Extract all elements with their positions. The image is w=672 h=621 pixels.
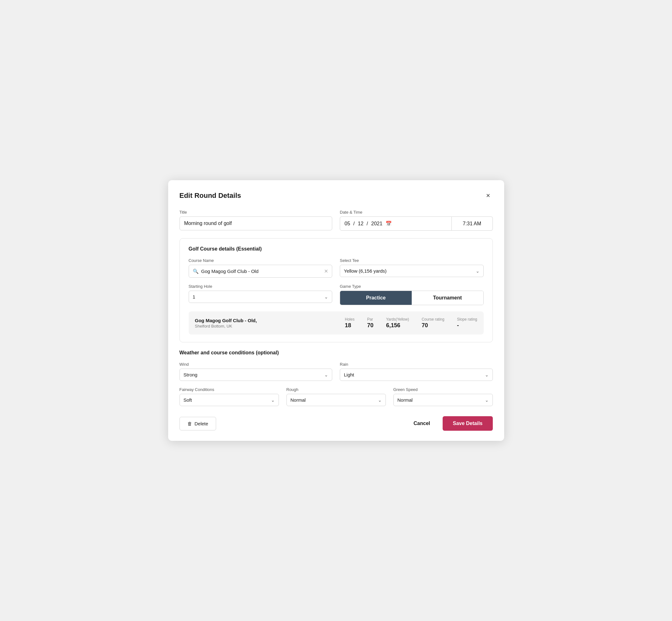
title-field-group: Title [179,210,333,230]
fairway-dropdown[interactable]: Soft ⌄ [179,394,279,406]
calendar-icon: 📅 [385,220,392,226]
par-value: 70 [367,322,374,329]
rain-value: Light [344,372,354,377]
holes-stat: Holes 18 [345,317,354,329]
rain-label: Rain [340,362,493,367]
holes-label: Holes [345,317,354,322]
course-info-name-text: Gog Magog Golf Club - Old, [195,318,345,323]
holes-value: 18 [345,322,351,329]
golf-course-section-title: Golf Course details (Essential) [189,246,484,252]
course-info-name: Gog Magog Golf Club - Old, Shelford Bott… [195,318,345,329]
game-type-label: Game Type [340,284,484,289]
rough-value: Normal [291,397,306,403]
tournament-button[interactable]: Tournament [412,291,483,305]
close-button[interactable]: × [484,190,493,201]
search-icon: 🔍 [193,268,199,274]
rough-dropdown[interactable]: Normal ⌄ [287,394,386,406]
select-tee-label: Select Tee [340,258,484,263]
select-tee-value: Yellow (6,156 yards) [344,268,386,274]
course-name-input[interactable]: 🔍 Gog Magog Golf Club - Old ✕ [189,265,333,278]
starting-hole-dropdown[interactable]: 1 ⌄ [189,291,333,303]
rough-group: Rough Normal ⌄ [287,387,386,406]
chevron-down-icon-4: ⌄ [485,372,489,377]
date-day: 12 [358,221,364,226]
course-name-value: Gog Magog Golf Club - Old [201,268,322,274]
starting-hole-value: 1 [193,294,195,299]
slope-rating-value: - [457,322,459,329]
rough-label: Rough [287,387,386,392]
hole-gametype-row: Starting Hole 1 ⌄ Game Type Practice Tou… [189,284,484,305]
practice-button[interactable]: Practice [340,291,412,305]
date-year: 2021 [371,221,383,226]
course-name-label: Course Name [189,258,333,263]
title-input[interactable] [179,216,333,230]
wind-group: Wind Strong ⌄ [179,362,333,381]
course-info-location: Shelford Bottom, UK [195,324,345,329]
fairway-label: Fairway Conditions [179,387,279,392]
course-stats: Holes 18 Par 70 Yards(Yellow) 6,156 Cour… [345,317,477,329]
date-time-field-group: Date & Time 05 / 12 / 2021 📅 7:31 AM [340,210,493,231]
date-time-label: Date & Time [340,210,493,215]
delete-label: Delete [195,421,208,426]
golf-course-section: Golf Course details (Essential) Course N… [179,238,493,342]
green-speed-value: Normal [397,397,413,403]
select-tee-dropdown[interactable]: Yellow (6,156 yards) ⌄ [340,265,484,277]
weather-section: Weather and course conditions (optional)… [179,350,493,406]
course-name-group: Course Name 🔍 Gog Magog Golf Club - Old … [189,258,333,278]
starting-hole-label: Starting Hole [189,284,333,289]
footer-right: Cancel Save Details [409,416,493,431]
rain-dropdown[interactable]: Light ⌄ [340,369,493,381]
select-tee-group: Select Tee Yellow (6,156 yards) ⌄ [340,258,484,278]
chevron-down-icon-3: ⌄ [324,372,328,377]
yards-stat: Yards(Yellow) 6,156 [386,317,409,329]
par-label: Par [367,317,373,322]
yards-value: 6,156 [386,322,401,329]
time-input[interactable]: 7:31 AM [452,216,493,231]
date-month: 05 [344,221,350,226]
wind-label: Wind [179,362,333,367]
trash-icon: 🗑 [187,421,192,426]
top-row: Title Date & Time 05 / 12 / 2021 📅 7:31 … [179,210,493,231]
course-rating-label: Course rating [421,317,444,322]
course-rating-value: 70 [421,322,428,329]
wind-rain-row: Wind Strong ⌄ Rain Light ⌄ [179,362,493,381]
wind-dropdown[interactable]: Strong ⌄ [179,369,333,381]
yards-label: Yards(Yellow) [386,317,409,322]
chevron-down-icon-2: ⌄ [324,294,328,299]
green-speed-dropdown[interactable]: Normal ⌄ [393,394,493,406]
starting-hole-group: Starting Hole 1 ⌄ [189,284,333,305]
green-speed-group: Green Speed Normal ⌄ [393,387,493,406]
cancel-button[interactable]: Cancel [409,417,435,430]
fairway-value: Soft [183,397,192,403]
chevron-down-icon-5: ⌄ [271,398,275,403]
chevron-down-icon-6: ⌄ [378,398,382,403]
chevron-down-icon-7: ⌄ [485,398,489,403]
fairway-group: Fairway Conditions Soft ⌄ [179,387,279,406]
green-speed-label: Green Speed [393,387,493,392]
game-type-group: Game Type Practice Tournament [340,284,484,305]
slope-rating-stat: Slope rating - [457,317,477,329]
chevron-down-icon: ⌄ [476,268,479,274]
edit-round-modal: Edit Round Details × Title Date & Time 0… [168,180,504,441]
title-label: Title [179,210,333,215]
save-button[interactable]: Save Details [443,416,493,431]
course-info-row: Gog Magog Golf Club - Old, Shelford Bott… [189,312,484,334]
rain-group: Rain Light ⌄ [340,362,493,381]
game-type-toggle: Practice Tournament [340,291,484,305]
weather-section-title: Weather and course conditions (optional) [179,350,493,356]
time-value: 7:31 AM [463,221,481,226]
date-input[interactable]: 05 / 12 / 2021 📅 [340,216,452,231]
wind-value: Strong [183,372,198,377]
course-rating-stat: Course rating 70 [421,317,444,329]
modal-header: Edit Round Details × [179,190,493,201]
course-tee-row: Course Name 🔍 Gog Magog Golf Club - Old … [189,258,484,278]
fairway-rough-green-row: Fairway Conditions Soft ⌄ Rough Normal ⌄… [179,387,493,406]
date-time-group: 05 / 12 / 2021 📅 7:31 AM [340,216,493,231]
footer-row: 🗑 Delete Cancel Save Details [179,416,493,431]
delete-button[interactable]: 🗑 Delete [179,417,216,430]
par-stat: Par 70 [367,317,374,329]
modal-title: Edit Round Details [179,192,241,200]
clear-icon[interactable]: ✕ [324,268,328,274]
slope-rating-label: Slope rating [457,317,477,322]
